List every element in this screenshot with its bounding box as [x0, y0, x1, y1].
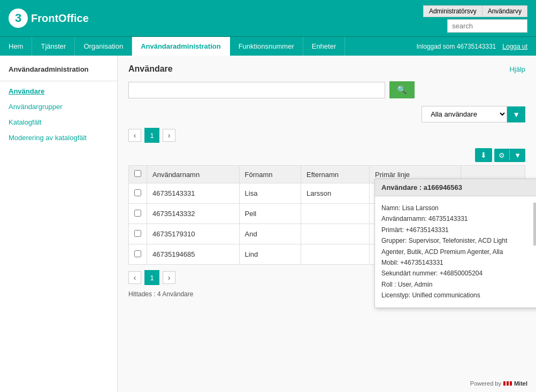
popup-name-label: Namn: [381, 204, 400, 212]
page-title: Användare [128, 64, 173, 74]
popup-license-value: Unified communications [412, 291, 480, 299]
row-checkbox-cell [129, 224, 147, 244]
popup-name-value: Lisa Larsson [402, 204, 439, 212]
row-lastname: Larsson [301, 183, 370, 204]
header-firstname: Förnamn [239, 166, 301, 183]
help-link[interactable]: Hjälp [509, 65, 525, 73]
download-icon: ⬇ [480, 151, 487, 159]
filter-dropdown-toggle[interactable]: ▼ [507, 106, 525, 122]
row-checkbox[interactable] [134, 210, 141, 217]
row-firstname: Lind [239, 244, 301, 265]
row-checkbox-cell [129, 244, 147, 265]
mitel-logo-icon [503, 379, 512, 388]
sidebar-item-groups[interactable]: Användargrupper [0, 99, 117, 114]
sidebar-item-catalog-fields[interactable]: Katalogfält [0, 114, 117, 130]
pagination-top: ‹ 1 › [128, 128, 525, 143]
page-number-1[interactable]: 1 [144, 128, 159, 143]
settings-toolbar: ⚙ ▼ [494, 149, 525, 162]
nav-item-enheter[interactable]: Enheter [303, 37, 346, 56]
row-username: 46735143331 [147, 183, 240, 204]
sidebar-item-moderation[interactable]: Moderering av katalogfält [0, 130, 117, 145]
logout-button[interactable]: Logga ut [502, 43, 527, 50]
search-button[interactable]: 🔍 [389, 81, 415, 98]
search-icon: 🔍 [397, 85, 407, 94]
user-search-input[interactable] [128, 82, 385, 98]
popup-username-label: Användarnamn: [381, 215, 427, 222]
top-header: 3 FrontOffice Administratörsvy Användarv… [0, 0, 536, 36]
popup-primary-row: Primärt: +46735143331 [381, 225, 527, 235]
popup-secondary-value: +46850005204 [440, 270, 483, 277]
gear-icon: ⚙ [499, 151, 505, 159]
logo-number: 3 [15, 11, 21, 25]
popup-username-value: 46735143331 [428, 215, 468, 222]
popup-info: Namn: Lisa Larsson Användarnamn: 4673514… [381, 203, 527, 301]
popup-groups-row: Grupper: Supervisor, Telefonister, ACD L… [381, 235, 527, 257]
global-search-input[interactable] [447, 19, 527, 33]
table-toolbar: ⬇ ⚙ ▼ [128, 148, 525, 162]
popup-role-value: User, Admin [398, 281, 433, 288]
row-firstname: And [239, 224, 301, 244]
popup-license-row: Licenstyp: Unified communications [381, 290, 527, 301]
row-lastname [301, 244, 370, 265]
popup-mobile-label: Mobil: [381, 259, 399, 266]
popup-username-row: Användarnamn: 46735143331 [381, 213, 527, 224]
sidebar: Användaradministration Användare Använda… [0, 56, 118, 392]
filter-dropdown[interactable]: Alla användare [422, 106, 507, 122]
popup-secondary-row: Sekundärt nummer: +46850005204 [381, 268, 527, 279]
settings-chevron-icon: ▼ [514, 151, 521, 159]
popup-mobile-row: Mobil: +46735143331 [381, 257, 527, 268]
nav-bar: Hem Tjänster Organisation Användaradmini… [0, 36, 536, 56]
nav-item-tjanster[interactable]: Tjänster [32, 37, 75, 56]
nav-item-hem[interactable]: Hem [0, 37, 32, 56]
top-links: Administratörsvy Användarvy [423, 5, 527, 17]
row-username: 46735179310 [147, 224, 240, 244]
row-checkbox[interactable] [134, 230, 141, 237]
nav-item-organisation[interactable]: Organisation [75, 37, 132, 56]
popup-role-label: Roll : [381, 281, 396, 288]
settings-dropdown-button[interactable]: ▼ [510, 149, 525, 162]
row-lastname [301, 224, 370, 244]
chevron-down-icon: ▼ [512, 110, 520, 119]
row-checkbox[interactable] [134, 189, 141, 196]
login-status-text: Inloggad som 46735143331 [416, 43, 496, 50]
svg-rect-4 [510, 381, 512, 386]
settings-gear-button[interactable]: ⚙ [494, 149, 509, 162]
popup-name-row: Namn: Lisa Larsson [381, 203, 527, 213]
logo-three-circle: 3 [9, 9, 28, 28]
download-button[interactable]: ⬇ [475, 148, 492, 162]
main-layout: Användaradministration Användare Använda… [0, 56, 536, 392]
logo-area: 3 FrontOffice [9, 9, 89, 28]
content-area: Användare Hjälp 🔍 Alla användare ▼ ‹ 1 [118, 56, 536, 392]
sidebar-divider-1 [0, 81, 117, 81]
filter-row: Alla användare ▼ [128, 106, 525, 122]
prev-page-button[interactable]: ‹ [128, 129, 141, 142]
sidebar-item-users[interactable]: Användare [0, 83, 117, 99]
nav-item-användaradministration[interactable]: Användaradministration [132, 37, 230, 56]
row-checkbox[interactable] [134, 250, 141, 257]
row-checkbox-cell [129, 204, 147, 224]
popup-role-row: Roll : User, Admin [381, 279, 527, 290]
powered-by-text: Powered by [470, 380, 501, 387]
admin-view-link[interactable]: Administratörsvy [423, 5, 482, 17]
popup-header: Användare : a166946563 [375, 179, 536, 196]
popup-secondary-label: Sekundärt nummer: [381, 270, 438, 277]
brand-text: Mitel [514, 380, 527, 387]
svg-rect-2 [503, 381, 506, 386]
sidebar-title: Användaradministration [0, 62, 117, 79]
nav-item-funktionsnummer[interactable]: Funktionsnummer [230, 37, 303, 56]
popup-avatar [533, 203, 536, 245]
prev-page-bottom-button[interactable]: ‹ [128, 271, 141, 284]
user-detail-popup: Användare : a166946563 Namn: Lisa Larsso… [374, 179, 536, 308]
row-checkbox-cell [129, 183, 147, 204]
next-page-button[interactable]: › [163, 129, 175, 142]
popup-license-label: Licenstyp: [381, 291, 410, 299]
select-all-checkbox[interactable] [134, 170, 141, 177]
header-checkbox-cell [129, 166, 147, 183]
popup-primary-value: +46735143331 [405, 226, 448, 234]
popup-body: Namn: Lisa Larsson Användarnamn: 4673514… [375, 196, 536, 308]
next-page-bottom-button[interactable]: › [163, 271, 175, 284]
user-view-link[interactable]: Användarvy [482, 5, 527, 17]
row-username: 46735143332 [147, 204, 240, 224]
row-username: 46735194685 [147, 244, 240, 265]
page-number-bottom-1[interactable]: 1 [144, 270, 159, 285]
